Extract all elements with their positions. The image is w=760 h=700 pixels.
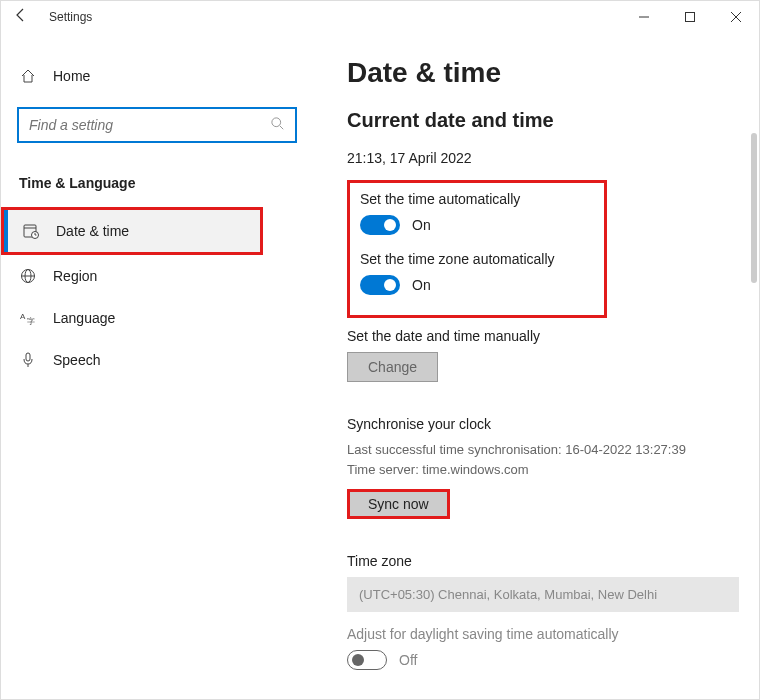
dst-label: Adjust for daylight saving time automati… [347,626,739,642]
sidebar-item-date-time[interactable]: Date & time [4,210,260,252]
window-controls [621,1,759,33]
manual-label: Set the date and time manually [347,328,739,344]
microphone-icon [19,351,37,369]
sidebar-item-speech[interactable]: Speech [1,339,313,381]
search-box[interactable] [17,107,297,143]
svg-rect-1 [686,13,695,22]
scrollbar[interactable] [751,133,757,283]
auto-tz-toggle[interactable] [360,275,400,295]
sidebar-item-language[interactable]: A字 Language [1,297,313,339]
change-button: Change [347,352,438,382]
minimize-button[interactable] [621,1,667,33]
sidebar: Home Time & Language Date & time Region [1,33,321,699]
sidebar-item-label: Date & time [56,223,129,239]
sync-now-button[interactable]: Sync now [347,489,450,519]
auto-time-toggle[interactable] [360,215,400,235]
auto-tz-label: Set the time zone automatically [360,251,594,267]
calendar-clock-icon [22,222,40,240]
sidebar-item-label: Region [53,268,97,284]
home-icon [19,67,37,85]
auto-time-state: On [412,217,431,233]
globe-icon [19,267,37,285]
auto-settings-highlight: Set the time automatically On Set the ti… [347,180,607,318]
svg-line-5 [280,125,284,129]
svg-point-4 [272,117,281,126]
sidebar-item-label: Speech [53,352,100,368]
dst-toggle [347,650,387,670]
maximize-button[interactable] [667,1,713,33]
sync-header: Synchronise your clock [347,416,739,432]
tz-dropdown: (UTC+05:30) Chennai, Kolkata, Mumbai, Ne… [347,577,739,612]
back-button[interactable] [1,7,41,28]
page-subtitle: Current date and time [347,109,739,132]
page-title: Date & time [347,57,739,89]
main-content: Date & time Current date and time 21:13,… [321,33,759,699]
sidebar-item-region[interactable]: Region [1,255,313,297]
home-link[interactable]: Home [1,57,313,95]
svg-text:字: 字 [27,317,35,326]
titlebar: Settings [1,1,759,33]
svg-text:A: A [20,312,26,321]
svg-rect-16 [26,353,30,361]
dst-state: Off [399,652,417,668]
tz-header: Time zone [347,553,739,569]
auto-tz-state: On [412,277,431,293]
sidebar-item-label: Language [53,310,115,326]
app-title: Settings [49,10,92,24]
sync-last: Last successful time synchronisation: 16… [347,440,739,460]
close-button[interactable] [713,1,759,33]
current-datetime: 21:13, 17 April 2022 [347,150,739,166]
search-icon [271,117,285,134]
sidebar-group-header: Time & Language [1,165,313,207]
sync-server: Time server: time.windows.com [347,460,739,480]
auto-time-label: Set the time automatically [360,191,594,207]
search-input[interactable] [29,117,271,133]
home-label: Home [53,68,90,84]
language-icon: A字 [19,309,37,327]
